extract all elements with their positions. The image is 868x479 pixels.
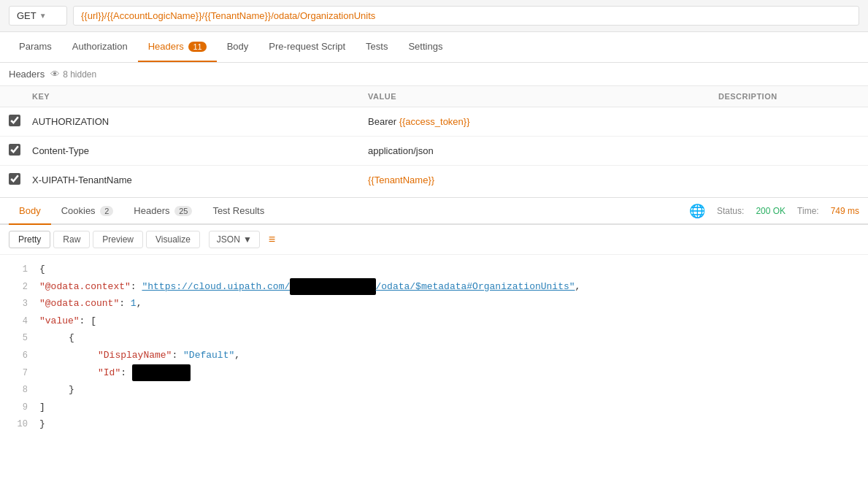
row3-checkbox[interactable] [9, 173, 20, 185]
tab-params[interactable]: Params [9, 32, 62, 62]
table-row: X-UIPATH-TenantName {{TenantName}} [0, 166, 868, 195]
url-bar: GET ▼ [0, 0, 868, 32]
row2-key: Content-Type [32, 145, 89, 156]
code-line-5: 5 { [0, 329, 868, 347]
url-input[interactable] [73, 6, 859, 26]
fmt-pretty[interactable]: Pretty [9, 231, 50, 248]
filter-icon[interactable]: ≡ [269, 233, 275, 246]
tab-settings[interactable]: Settings [398, 32, 453, 62]
hidden-headers-toggle[interactable]: 👁 8 hidden [50, 69, 96, 80]
headers-title: Headers [9, 69, 45, 80]
tab-headers[interactable]: Headers 11 [138, 32, 217, 62]
row3-value: {{TenantName}} [368, 175, 434, 185]
time-label: Time: [797, 206, 819, 216]
status-label: Status: [717, 206, 744, 216]
tab-prerequest[interactable]: Pre-request Script [258, 32, 356, 62]
time-value: 749 ms [831, 206, 859, 216]
response-headers-badge: 25 [174, 206, 192, 216]
method-select[interactable]: GET ▼ [9, 6, 67, 26]
fmt-visualize[interactable]: Visualize [146, 231, 200, 248]
response-tab-body[interactable]: Body [9, 198, 51, 225]
code-viewer: 1 { 2 "@odata.context": "https://cloud.u… [0, 255, 868, 439]
row2-checkbox[interactable] [9, 144, 20, 156]
code-line-6: 6 "DisplayName": "Default", [0, 347, 868, 364]
globe-icon: 🌐 [689, 203, 705, 219]
row1-key: AUTHORIZATION [32, 116, 109, 127]
method-chevron-icon: ▼ [39, 12, 47, 20]
fmt-preview[interactable]: Preview [93, 231, 143, 248]
code-line-7: 7 "Id": ████████ [0, 364, 868, 382]
code-line-3: 3 "@odata.count": 1, [0, 295, 868, 313]
table-row: AUTHORIZATION Bearer {{access_token}} [0, 107, 868, 137]
row2-value: application/json [368, 145, 434, 156]
status-value: 200 OK [756, 206, 786, 216]
method-value: GET [17, 10, 37, 21]
eye-icon: 👁 [50, 69, 60, 80]
hidden-count: 8 hidden [63, 69, 96, 80]
code-line-8: 8 } [0, 381, 868, 399]
col-desc-header: DESCRIPTION [710, 86, 868, 107]
col-key-header: KEY [23, 86, 359, 107]
code-line-4: 4 "value": [ [0, 313, 868, 330]
code-line-2: 2 "@odata.context": "https://cloud.uipat… [0, 278, 868, 296]
response-tab-test-results[interactable]: Test Results [202, 198, 274, 225]
col-value-header: VALUE [359, 86, 710, 107]
fmt-raw[interactable]: Raw [53, 231, 90, 248]
code-line-1: 1 { [0, 261, 868, 278]
row1-checkbox[interactable] [9, 115, 20, 126]
code-line-10: 10 } [0, 415, 868, 433]
response-tab-cookies[interactable]: Cookies 2 [51, 198, 124, 225]
response-tab-headers[interactable]: Headers 25 [123, 198, 202, 225]
request-tabs: Params Authorization Headers 11 Body Pre… [0, 32, 868, 63]
headers-table: KEY VALUE DESCRIPTION AUTHORIZATION Bear… [0, 86, 868, 194]
headers-section: Headers 👁 8 hidden [0, 63, 868, 86]
table-row: Content-Type application/json [0, 137, 868, 166]
col-checkbox [0, 86, 23, 107]
response-tabs: Body Cookies 2 Headers 25 Test Results 🌐… [0, 197, 868, 225]
code-line-9: 9 ] [0, 399, 868, 416]
format-chevron-icon: ▼ [243, 234, 252, 245]
response-status: 🌐 Status: 200 OK Time: 749 ms [689, 203, 859, 219]
cookies-badge: 2 [100, 206, 113, 216]
row3-key: X-UIPATH-TenantName [32, 175, 132, 185]
tab-authorization[interactable]: Authorization [62, 32, 138, 62]
format-select[interactable]: JSON ▼ [209, 231, 260, 248]
row1-value-prefix: Bearer [368, 116, 399, 127]
tab-body[interactable]: Body [217, 32, 259, 62]
format-tabs: Pretty Raw Preview Visualize JSON ▼ ≡ [0, 225, 868, 255]
row1-value-var: {{access_token}} [399, 116, 470, 127]
headers-badge: 11 [188, 42, 206, 52]
tab-tests[interactable]: Tests [356, 32, 398, 62]
